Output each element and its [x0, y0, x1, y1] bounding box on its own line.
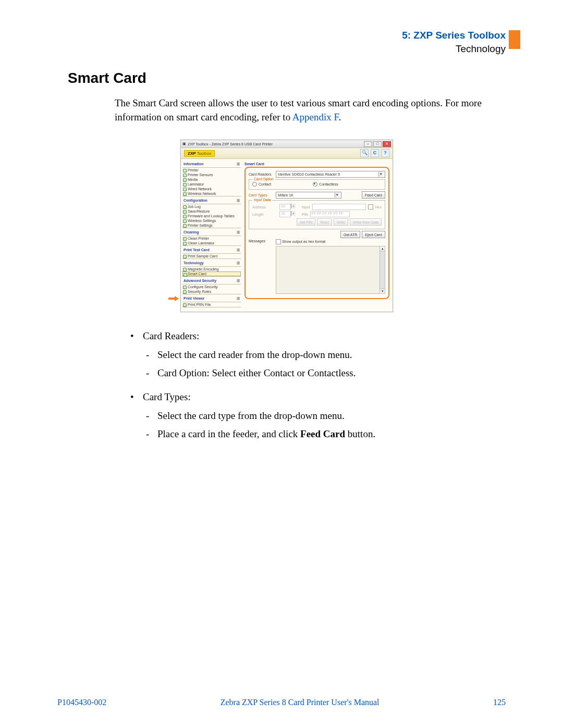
- card-readers-select[interactable]: Identive SDI010 Contactless Reader 0 ▾: [276, 171, 385, 178]
- feed-card-button[interactable]: Feed Card: [362, 191, 385, 199]
- bullet-heading: Card Readers:: [143, 330, 199, 341]
- length-stepper[interactable]: 16 ▴: [279, 211, 296, 217]
- bullet-item: Select the card type from the drop-down …: [143, 408, 506, 424]
- sidebar-item[interactable]: Clean Laminator: [182, 241, 241, 245]
- callout-arrow-icon: [168, 296, 179, 301]
- write-button[interactable]: Write: [334, 218, 348, 226]
- sidebar-item[interactable]: Firmware and Lookup Tables: [182, 214, 241, 218]
- card-readers-value: Identive SDI010 Contactless Reader 0: [278, 172, 340, 176]
- sidebar: Information☰PrinterPrinter SensorsMediaL…: [181, 159, 242, 312]
- sidebar-item[interactable]: Wireless Network: [182, 191, 241, 196]
- brand-bar: ZXP Toolbox 🔍 C ?: [181, 148, 393, 159]
- sidebar-group-title: Technology: [183, 261, 204, 265]
- chapter-title: 5: ZXP Series Toolbox: [68, 29, 506, 42]
- bullet-heading: Card Types:: [143, 391, 191, 402]
- section-heading: Smart Card: [68, 70, 506, 87]
- bullet-item: Place a card in the feeder, and click Fe…: [143, 426, 506, 442]
- contact-radio[interactable]: Contact: [252, 182, 271, 187]
- sidebar-group-title: Print Test Card: [183, 248, 210, 252]
- maximize-button[interactable]: □: [373, 141, 382, 147]
- sidebar-item[interactable]: Printer: [182, 168, 241, 172]
- scroll-down-icon[interactable]: ▾: [380, 289, 385, 293]
- spinner-icon: ▴: [291, 204, 296, 208]
- sidebar-group-header[interactable]: Print Viewer☰: [182, 295, 241, 302]
- get-atr-button[interactable]: Get ATR: [340, 231, 360, 238]
- doc-title: Zebra ZXP Series 8 Card Printer User's M…: [221, 698, 380, 707]
- address-label: Address: [252, 205, 277, 209]
- brand-rest: Toolbox: [197, 151, 212, 156]
- hex-output-label: Show output as hex format: [282, 240, 325, 243]
- card-option-fieldset: Card Option Contact Contactless: [249, 179, 385, 190]
- sidebar-item[interactable]: Printer Sensors: [182, 172, 241, 177]
- bullet-item: Card Option: Select either Contact or Co…: [143, 365, 506, 381]
- search-icon[interactable]: 🔍: [360, 149, 369, 157]
- contactless-radio[interactable]: Contactless: [313, 182, 338, 187]
- brand-tag: ZXP Toolbox: [184, 150, 215, 157]
- minimize-button[interactable]: –: [364, 141, 372, 147]
- close-button[interactable]: ✕: [383, 141, 391, 147]
- address-value: 16: [279, 204, 291, 210]
- card-option-legend: Card Option: [252, 177, 275, 181]
- sidebar-item[interactable]: Wired Network: [182, 187, 241, 191]
- intro-text-after: .: [339, 112, 341, 122]
- sidebar-group-header[interactable]: Advanced Security☰: [182, 278, 241, 285]
- sidebar-group-title: Advanced Security: [183, 279, 216, 283]
- appendix-link[interactable]: Appendix F: [292, 112, 339, 122]
- length-value: 16: [279, 211, 291, 217]
- collapse-icon: ☰: [237, 162, 240, 166]
- eject-card-button[interactable]: Eject Card: [362, 231, 385, 238]
- window-title: ZXP Toolbox - Zebra ZXP Series 8 USB Car…: [188, 142, 273, 146]
- sidebar-item[interactable]: Magnetic Encoding: [182, 267, 241, 272]
- sidebar-item[interactable]: Security Roles: [182, 289, 241, 294]
- chevron-down-icon: ▾: [378, 172, 383, 177]
- card-types-label: Card Types: [249, 193, 274, 197]
- sidebar-group-header[interactable]: Information☰: [182, 161, 241, 168]
- refresh-icon[interactable]: C: [371, 149, 379, 157]
- page-footer: P1045430-002 Zebra ZXP Series 8 Card Pri…: [57, 698, 506, 707]
- card-types-select[interactable]: Mifare 1K ▾: [276, 192, 341, 199]
- card-types-value: Mifare 1K: [278, 193, 293, 197]
- collapse-icon: ☰: [237, 199, 240, 203]
- sidebar-item[interactable]: Save/Restore: [182, 209, 241, 214]
- sidebar-group-title: Configuration: [183, 199, 207, 203]
- read-button[interactable]: Read: [317, 218, 332, 226]
- sidebar-item-selected[interactable]: Smart Card: [182, 272, 241, 276]
- sidebar-group-header[interactable]: Technology☰: [182, 260, 241, 267]
- sidebar-group-header[interactable]: Configuration☰: [182, 198, 241, 204]
- sidebar-item[interactable]: Print PRN File: [182, 302, 241, 307]
- doc-part-number: P1045430-002: [57, 698, 106, 707]
- page-header: 5: ZXP Series Toolbox Technology: [68, 29, 506, 55]
- bullet-item: Select the card reader from the drop-dow…: [143, 347, 506, 363]
- sidebar-item[interactable]: Wireless Settings: [182, 218, 241, 223]
- hex-checkbox[interactable]: [368, 204, 373, 209]
- sidebar-group-header[interactable]: Print Test Card☰: [182, 247, 241, 254]
- input-label: Input: [302, 205, 310, 209]
- sidebar-item[interactable]: Media: [182, 177, 241, 182]
- feature-bullets: Card Readers: Select the card reader fro…: [130, 328, 506, 442]
- sidebar-item[interactable]: Printer Settings: [182, 223, 241, 228]
- panel-title: Smart Card: [244, 162, 389, 166]
- scroll-up-icon[interactable]: ▴: [380, 246, 385, 251]
- set-pin-button[interactable]: Set PIN: [297, 218, 315, 226]
- document-page: 5: ZXP Series Toolbox Technology Smart C…: [0, 0, 563, 728]
- scrollbar[interactable]: ▴ ▾: [380, 246, 385, 293]
- sidebar-group-title: Print Viewer: [183, 297, 204, 301]
- sidebar-item[interactable]: Laminator: [182, 182, 241, 187]
- hex-output-checkbox[interactable]: [276, 239, 281, 244]
- hex-label: Hex: [375, 205, 382, 209]
- write-raw-button[interactable]: Write Raw Data: [350, 218, 382, 226]
- input-data-fieldset: Input Data Address 16 ▴ Input Hex: [249, 200, 385, 229]
- collapse-icon: ☰: [237, 279, 240, 283]
- sidebar-item[interactable]: Job Log: [182, 204, 241, 209]
- edge-tab: [509, 30, 520, 49]
- sidebar-group-header[interactable]: Cleaning☰: [182, 229, 241, 236]
- sidebar-item[interactable]: Print Sample Card: [182, 254, 241, 258]
- input-field[interactable]: [312, 204, 366, 210]
- collapse-icon: ☰: [237, 261, 240, 265]
- chevron-down-icon: ▾: [335, 193, 339, 198]
- sidebar-item[interactable]: Clean Printer: [182, 236, 241, 241]
- pin-field[interactable]: FF FF FF FF FF FF: [310, 211, 350, 217]
- address-stepper[interactable]: 16 ▴: [279, 204, 296, 210]
- sidebar-item[interactable]: Configure Security: [182, 285, 241, 289]
- help-icon[interactable]: ?: [381, 149, 389, 157]
